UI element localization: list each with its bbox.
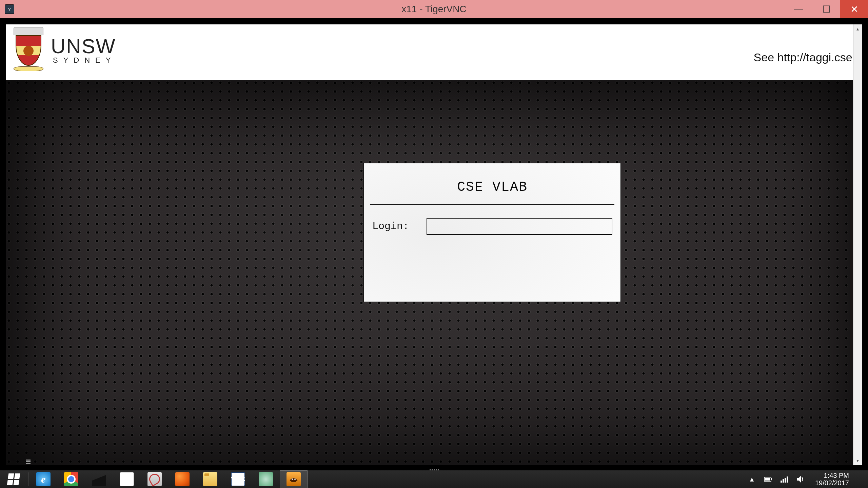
svg-rect-6	[783, 479, 784, 483]
login-dialog: CSE VLAB Login:	[363, 163, 621, 302]
globe-icon	[259, 472, 273, 486]
taskbar-app-ie[interactable]	[29, 470, 57, 488]
unsw-logo-subtext: SYDNEY	[53, 56, 116, 65]
svg-point-0	[292, 479, 293, 480]
scrollbar-track[interactable]	[853, 33, 862, 456]
taskbar-app-chrome[interactable]	[57, 470, 85, 488]
resize-grip-icon[interactable]	[429, 467, 439, 470]
taskbar-app-snipping[interactable]	[141, 470, 169, 488]
taskbar-app-tigervnc[interactable]	[280, 470, 308, 488]
volume-icon[interactable]	[796, 476, 806, 483]
taskbar-clock[interactable]: 1:43 PM 19/02/2017	[812, 470, 853, 488]
clock-date: 19/02/2017	[815, 479, 849, 487]
scissors-icon	[147, 472, 162, 486]
scroll-up-icon[interactable]: ▴	[853, 24, 862, 33]
taskbar-app-vnc[interactable]: VNC	[224, 470, 252, 488]
taskbar-app-anyconnect[interactable]	[252, 470, 280, 488]
clock-time: 1:43 PM	[815, 472, 849, 479]
vnc-viewport: UNSW SYDNEY See http://taggi.cse.u CSE V…	[0, 18, 868, 470]
remote-screen[interactable]: UNSW SYDNEY See http://taggi.cse.u CSE V…	[6, 24, 862, 465]
svg-rect-4	[765, 478, 770, 481]
svg-point-1	[294, 479, 296, 480]
taskbar-app-generic[interactable]	[85, 470, 113, 488]
chrome-icon	[64, 472, 78, 486]
taskbar-app-7zip[interactable]: 7z	[113, 470, 141, 488]
network-icon[interactable]	[780, 476, 789, 483]
firefox-icon	[175, 472, 190, 486]
close-button[interactable]: ✕	[840, 0, 868, 18]
titlebar[interactable]: V x11 - TigerVNC — ☐ ✕	[0, 0, 868, 18]
maximize-button[interactable]: ☐	[812, 0, 840, 18]
start-button[interactable]	[0, 470, 27, 488]
battery-icon[interactable]	[764, 476, 773, 482]
sevenzip-icon: 7z	[120, 472, 134, 486]
svg-rect-7	[785, 478, 786, 483]
vertical-scrollbar[interactable]: ▴ ▾	[853, 24, 862, 465]
tigervnc-icon: V	[5, 4, 14, 14]
taskbar-app-firefox[interactable]	[169, 470, 196, 488]
svg-marker-9	[797, 476, 801, 483]
login-title: CSE VLAB	[364, 180, 620, 195]
login-input[interactable]	[427, 218, 612, 235]
ie-icon	[36, 472, 51, 486]
windows-taskbar: 7z VNC ▴ 1:43 PM 19/02/2017	[0, 470, 868, 488]
folder-icon	[203, 472, 217, 486]
remote-desktop-background[interactable]: CSE VLAB Login:	[6, 80, 862, 465]
taskbar-app-explorer[interactable]	[196, 470, 224, 488]
taskbar-pinned: 7z VNC	[29, 470, 308, 488]
minimize-button[interactable]: —	[785, 0, 812, 18]
unsw-logo-text: UNSW	[51, 35, 116, 58]
window-controls: — ☐ ✕	[785, 0, 868, 18]
svg-rect-3	[771, 478, 772, 480]
show-hidden-icons-button[interactable]: ▴	[747, 475, 757, 484]
tigervnc-app-icon	[287, 472, 301, 486]
divider	[370, 204, 614, 205]
system-tray: ▴ 1:43 PM 19/02/2017	[747, 470, 868, 488]
banner: UNSW SYDNEY See http://taggi.cse.u	[6, 24, 862, 80]
svg-rect-5	[781, 481, 782, 483]
windows-logo-icon	[7, 473, 20, 485]
remote-panel-handle[interactable]	[26, 460, 31, 464]
scroll-down-icon[interactable]: ▾	[853, 456, 862, 465]
unsw-logo: UNSW SYDNEY	[14, 27, 116, 72]
wedge-icon	[92, 472, 106, 486]
login-row: Login:	[364, 218, 620, 235]
taskbar-separator	[28, 472, 29, 486]
login-label: Login:	[372, 221, 427, 232]
svg-rect-8	[787, 476, 788, 483]
vnc-icon: VNC	[231, 472, 245, 486]
banner-link-text: See http://taggi.cse.u	[754, 51, 862, 64]
window-title: x11 - TigerVNC	[401, 4, 466, 15]
unsw-crest-icon	[14, 27, 43, 72]
